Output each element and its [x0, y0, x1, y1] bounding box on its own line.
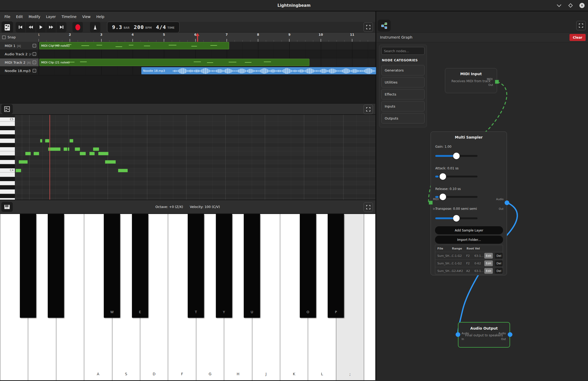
menu-item-timeline[interactable]: Timeline: [59, 11, 79, 22]
midi-input-node[interactable]: MIDI Input Receives MIDI from track MIDI…: [445, 68, 497, 93]
midi-note[interactable]: [105, 160, 116, 164]
track-minus-button[interactable]: -: [33, 44, 36, 47]
menu-item-edit[interactable]: Edit: [13, 11, 26, 22]
search-input[interactable]: [381, 47, 425, 55]
black-key[interactable]: [48, 214, 64, 318]
menu-item-help[interactable]: Help: [94, 11, 107, 22]
midi-note[interactable]: [68, 147, 69, 151]
track-minus-button[interactable]: -: [33, 52, 36, 56]
rewind-button[interactable]: [26, 22, 36, 32]
black-key-p[interactable]: P: [328, 214, 344, 318]
track-lane[interactable]: [39, 50, 375, 58]
pianoroll-key-c4[interactable]: C4: [0, 168, 15, 172]
midi-note[interactable]: [34, 152, 39, 155]
black-key-o[interactable]: O: [300, 214, 316, 318]
track-label-audio-track-2[interactable]: Audio Track 2 [A]-: [0, 50, 39, 58]
midi-note[interactable]: [93, 147, 99, 151]
attack-knob[interactable]: [440, 173, 446, 180]
maximize-button[interactable]: [567, 2, 574, 9]
pianoroll-key[interactable]: [0, 172, 15, 177]
graph-canvas[interactable]: NODE CATEGORIES GeneratorsUtilitiesEffec…: [376, 42, 588, 380]
pianoroll-key[interactable]: [0, 160, 15, 164]
clip-midi[interactable]: MIDI Clip (21 notes): [39, 59, 309, 66]
midi-note[interactable]: [70, 139, 73, 142]
black-key-e[interactable]: E: [132, 214, 148, 318]
pianoroll-key[interactable]: [0, 139, 15, 143]
midi-in-port[interactable]: [429, 201, 433, 205]
snap-checkbox[interactable]: [2, 35, 6, 39]
pianoroll-key[interactable]: [0, 126, 15, 130]
white-key[interactable]: [364, 214, 375, 380]
keyboard-fullscreen-button[interactable]: [364, 203, 373, 212]
minimize-button[interactable]: [556, 2, 562, 9]
pianoroll-key[interactable]: [0, 143, 15, 147]
track-lane[interactable]: MIDI Clip (21 notes): [39, 58, 375, 66]
release-knob[interactable]: [440, 194, 446, 200]
fast-forward-button[interactable]: [46, 22, 56, 32]
black-key[interactable]: [20, 214, 36, 318]
black-key-y[interactable]: Y: [216, 214, 232, 318]
del-button[interactable]: Del: [495, 268, 503, 274]
audio-in-port[interactable]: [456, 332, 460, 337]
graph-mode-button[interactable]: [378, 20, 391, 32]
edit-button[interactable]: Edit: [484, 253, 493, 259]
record-button[interactable]: [72, 22, 83, 32]
black-key-u[interactable]: U: [244, 214, 260, 318]
timeline-ruler[interactable]: 1234567891011: [39, 33, 375, 42]
audio-output-node[interactable]: Audio Output Final output to speakers Au…: [458, 322, 510, 348]
pianoroll-key[interactable]: [0, 181, 15, 185]
midi-note[interactable]: [118, 169, 128, 172]
midi-note[interactable]: [98, 152, 108, 155]
black-key-t[interactable]: T: [188, 214, 204, 318]
pianoroll-key[interactable]: [0, 156, 15, 160]
pianoroll-key[interactable]: [0, 147, 15, 151]
clip-audio[interactable]: Noodle 18.mp3: [141, 67, 376, 74]
midi-note[interactable]: [19, 160, 28, 164]
category-outputs[interactable]: Outputs: [381, 113, 425, 123]
pianoroll-key[interactable]: [0, 151, 15, 156]
timeline-fullscreen-button[interactable]: [364, 22, 373, 32]
pianoroll-playhead[interactable]: [50, 115, 50, 200]
skip-end-button[interactable]: [56, 22, 66, 32]
clip-midi[interactable]: MIDI Clip (40 notes): [39, 42, 229, 49]
attack-slider[interactable]: [435, 176, 477, 177]
midi-note[interactable]: [64, 147, 67, 151]
pianoroll-key[interactable]: [0, 122, 15, 126]
category-generators[interactable]: Generators: [381, 65, 425, 75]
multi-sampler-node[interactable]: Multi Sampler Gain: 1.00 Attack: 0.01 ss…: [431, 132, 507, 275]
edit-button[interactable]: Edit: [484, 268, 493, 274]
play-button[interactable]: [36, 22, 46, 32]
pianoroll-key-c5[interactable]: C5: [0, 117, 15, 122]
audio-out-port[interactable]: [505, 200, 509, 205]
track-lane[interactable]: Noodle 18.mp3: [39, 67, 375, 75]
midi-note[interactable]: [48, 147, 60, 151]
midi-note[interactable]: [40, 139, 42, 142]
black-key-w[interactable]: W: [104, 214, 120, 318]
midi-note[interactable]: [25, 152, 31, 155]
menu-item-layer[interactable]: Layer: [43, 11, 59, 22]
pianoroll-fullscreen-button[interactable]: [364, 105, 373, 114]
midi-note[interactable]: [80, 152, 86, 155]
add-sample-layer-button[interactable]: Add Sample Layer: [435, 226, 503, 234]
transpose-slider[interactable]: [435, 217, 477, 219]
track-label-midi-track-2[interactable]: MIDI Track 2 [A]-: [0, 58, 39, 66]
del-button[interactable]: Del: [495, 260, 503, 266]
category-effects[interactable]: Effects: [381, 89, 425, 99]
release-slider[interactable]: [435, 196, 477, 198]
track-lane[interactable]: MIDI Clip (40 notes): [39, 42, 375, 50]
menu-item-file[interactable]: File: [2, 11, 13, 22]
midi-out-port[interactable]: [495, 80, 499, 84]
close-button[interactable]: ✕: [579, 2, 585, 9]
midi-note[interactable]: [89, 152, 95, 155]
edit-button[interactable]: Edit: [484, 260, 493, 266]
pianoroll-grid[interactable]: [15, 115, 375, 200]
transpose-knob[interactable]: [453, 215, 460, 222]
category-utilities[interactable]: Utilities: [381, 77, 425, 87]
import-folder-button[interactable]: Import Folder...: [435, 236, 503, 244]
timeline-mode-button[interactable]: [2, 21, 13, 33]
graph-fullscreen-button[interactable]: [576, 21, 586, 30]
clear-button[interactable]: Clear: [569, 34, 586, 41]
track-minus-button[interactable]: -: [33, 69, 36, 73]
gain-knob[interactable]: [453, 153, 460, 159]
midi-note[interactable]: [16, 169, 21, 172]
